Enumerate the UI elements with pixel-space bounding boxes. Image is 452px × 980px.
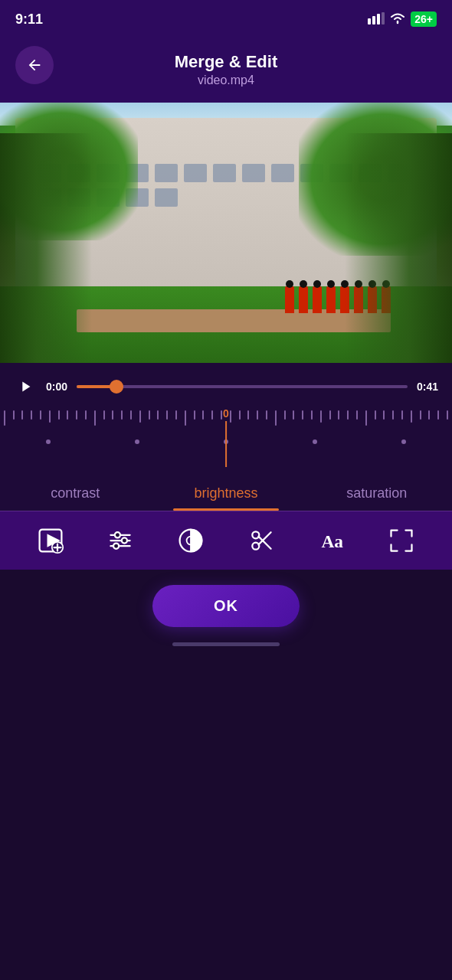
center-line <box>225 421 227 467</box>
tick <box>307 410 316 420</box>
tick <box>190 410 199 420</box>
tab-brightness[interactable]: brightness <box>151 479 302 511</box>
svg-point-17 <box>252 543 259 550</box>
status-icons: 26+ <box>368 11 437 27</box>
svg-point-18 <box>252 531 259 538</box>
tick <box>326 410 335 420</box>
status-bar: 9:11 26+ <box>0 0 452 38</box>
tick <box>199 410 208 420</box>
sim-icon <box>368 12 385 27</box>
tick <box>416 410 425 420</box>
tick <box>371 410 380 420</box>
tab-saturation[interactable]: saturation <box>301 479 452 511</box>
dot <box>46 439 51 444</box>
play-button[interactable] <box>14 375 37 398</box>
tick <box>362 410 371 426</box>
bottom-toolbar: Aa <box>0 511 452 570</box>
dot <box>401 439 406 444</box>
tick <box>379 410 388 420</box>
battery-badge: 26+ <box>411 11 437 27</box>
center-indicator: 0 <box>223 407 229 467</box>
tick <box>18 410 28 420</box>
tick <box>36 410 45 420</box>
adjustment-tabs: contrast brightness saturation <box>0 469 452 511</box>
fullscreen-button[interactable] <box>378 521 424 560</box>
tick <box>0 410 9 426</box>
time-total: 0:41 <box>417 381 438 393</box>
tick <box>271 410 280 426</box>
color-button[interactable] <box>168 521 214 560</box>
scene-tree-left <box>0 133 92 363</box>
tick <box>280 410 290 420</box>
adjust-button[interactable] <box>97 521 143 560</box>
status-time: 9:11 <box>15 11 43 28</box>
tick <box>253 410 262 420</box>
svg-point-14 <box>113 544 119 549</box>
tick <box>334 410 343 420</box>
tick <box>262 410 271 420</box>
tick <box>162 410 172 420</box>
tick <box>64 410 73 420</box>
svg-rect-0 <box>368 18 371 24</box>
ok-area: OK <box>0 570 452 669</box>
page-title: Merge & Edit <box>175 52 277 72</box>
svg-rect-3 <box>382 12 385 24</box>
tick <box>72 410 81 420</box>
tick <box>424 410 434 420</box>
progress-track[interactable] <box>77 385 408 388</box>
header: Merge & Edit video.mp4 <box>0 38 452 103</box>
tick <box>398 410 407 420</box>
wifi-icon <box>389 12 406 27</box>
tick <box>298 410 307 420</box>
tick <box>45 410 54 423</box>
video-preview <box>0 103 452 363</box>
tick <box>434 410 443 420</box>
tick <box>343 410 352 420</box>
ruler-container[interactable]: 0 <box>0 407 452 469</box>
tick <box>181 410 190 426</box>
text-button[interactable]: Aa <box>308 521 354 560</box>
tick <box>388 410 398 420</box>
tick <box>117 410 126 420</box>
timeline-bar: 0:00 0:41 <box>0 375 452 398</box>
cut-button[interactable] <box>238 521 284 560</box>
tick <box>352 410 362 420</box>
tick <box>172 410 181 420</box>
svg-rect-2 <box>377 14 380 24</box>
tick <box>244 410 254 420</box>
time-current: 0:00 <box>46 381 67 393</box>
tick <box>136 410 145 423</box>
svg-rect-1 <box>372 16 375 24</box>
tick <box>407 410 416 423</box>
svg-point-12 <box>115 532 120 537</box>
svg-text:Aa: Aa <box>322 531 344 551</box>
tick <box>27 410 36 420</box>
file-name: video.mp4 <box>198 74 254 87</box>
ok-button[interactable]: OK <box>152 585 300 627</box>
tick <box>90 410 100 426</box>
tick <box>290 410 299 420</box>
add-clip-button[interactable] <box>28 521 74 560</box>
tick <box>145 410 154 420</box>
tick <box>154 410 163 420</box>
tick <box>9 410 18 420</box>
tick <box>316 410 326 423</box>
tab-contrast[interactable]: contrast <box>0 479 151 511</box>
tick <box>54 410 64 420</box>
center-value: 0 <box>223 407 229 420</box>
progress-thumb[interactable] <box>110 380 123 394</box>
home-indicator <box>172 642 280 646</box>
tick <box>235 410 244 420</box>
toolbar-icons: Aa <box>0 521 452 560</box>
dot <box>313 439 317 444</box>
tick <box>208 410 217 420</box>
tick <box>126 410 136 420</box>
back-button[interactable] <box>15 46 54 84</box>
tick <box>81 410 90 420</box>
svg-point-13 <box>122 537 127 543</box>
controls-area: 0:00 0:41 0 contrast brightness saturati… <box>0 363 452 511</box>
dot <box>135 439 139 444</box>
scene-tree-right <box>345 133 452 363</box>
tick <box>109 410 118 420</box>
tick <box>443 410 452 420</box>
